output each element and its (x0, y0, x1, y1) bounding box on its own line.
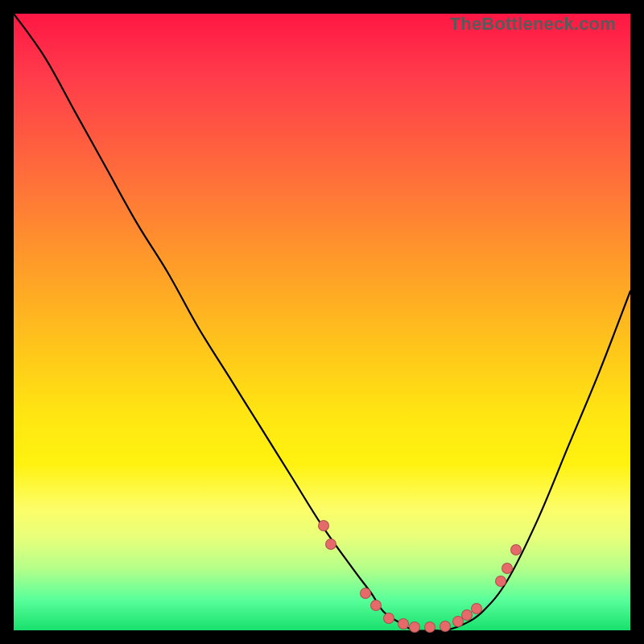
data-point (495, 576, 506, 587)
data-point (409, 621, 420, 633)
chart-frame: TheBottleneck.com (0, 0, 644, 644)
curve-layer (14, 14, 630, 630)
plot-area: TheBottleneck.com (14, 14, 630, 630)
bottleneck-curve (14, 14, 630, 630)
data-point (325, 539, 336, 550)
data-point (318, 520, 329, 531)
data-point (440, 621, 451, 632)
data-point (510, 544, 522, 555)
data-point (398, 618, 409, 630)
data-point (360, 588, 371, 599)
data-point (471, 603, 482, 614)
data-point (370, 600, 382, 611)
data-point (383, 613, 394, 624)
data-point (424, 621, 436, 633)
data-point (502, 563, 513, 574)
